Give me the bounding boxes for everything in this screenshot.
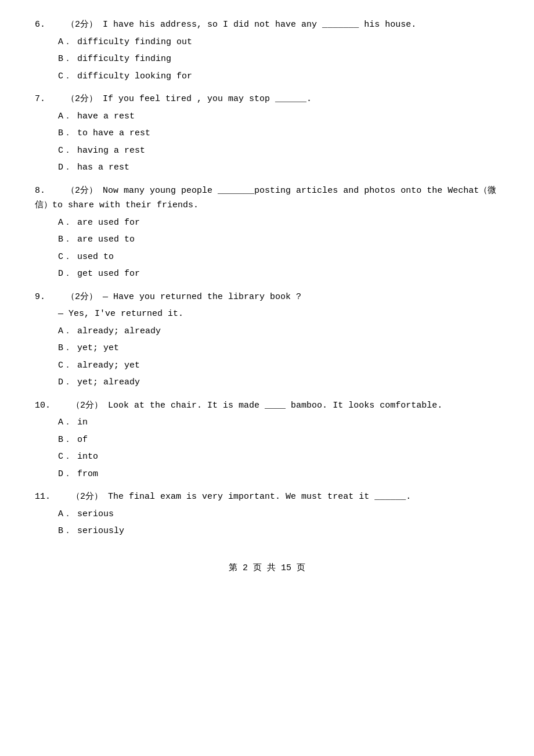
question-10-number: 10. xyxy=(35,401,50,411)
question-9-option-b: B． yet; yet xyxy=(58,341,499,356)
question-6-number: 6. xyxy=(35,20,45,30)
question-9-option-c: C． already; yet xyxy=(58,358,499,373)
question-10-option-c: C． into xyxy=(58,449,499,465)
question-9-body: — Have you returned the library book ? xyxy=(103,292,301,302)
question-9-number: 9. xyxy=(35,292,45,302)
page-footer: 第 2 页 共 15 页 xyxy=(35,562,499,573)
question-11: 11. （2分） The final exam is very importan… xyxy=(35,489,499,539)
question-11-points: （2分） xyxy=(71,492,103,502)
question-7-number: 7. xyxy=(35,94,45,104)
question-8-option-c: C． used to xyxy=(58,250,499,265)
question-8-option-b: B． are used to xyxy=(58,232,499,247)
question-8-number: 8. xyxy=(35,186,45,196)
question-10-body: Look at the chair. It is made ____ bambo… xyxy=(108,401,442,411)
question-7-option-c: C． having a rest xyxy=(58,143,499,159)
question-7-points: （2分） xyxy=(66,94,98,104)
question-7: 7. （2分） If you feel tired , you may stop… xyxy=(35,92,499,175)
question-8: 8. （2分） Now many young people _______pos… xyxy=(35,183,499,282)
question-10-option-b: B． of xyxy=(58,433,499,448)
question-11-body: The final exam is very important. We mus… xyxy=(108,492,411,502)
question-7-option-d: D． has a rest xyxy=(58,160,499,175)
question-8-option-d: D． get used for xyxy=(58,267,499,282)
page-number: 第 2 页 共 15 页 xyxy=(229,563,305,573)
question-9-points: （2分） xyxy=(66,292,98,302)
question-7-option-b: B． to have a rest xyxy=(58,126,499,141)
exam-content: 6. （2分） I have his address, so I did not… xyxy=(35,17,499,573)
question-8-text: 8. （2分） Now many young people _______pos… xyxy=(35,183,499,213)
question-6-option-a: A． difficulty finding out xyxy=(58,35,499,50)
question-8-option-a: A． are used for xyxy=(58,215,499,231)
question-6-option-c: C． difficulty looking for xyxy=(58,69,499,84)
question-10-option-d: D． from xyxy=(58,467,499,482)
question-6-option-b: B． difficulty finding xyxy=(58,52,499,67)
question-9-text: 9. （2分） — Have you returned the library … xyxy=(35,290,499,305)
question-9-option-d: D． yet; already xyxy=(58,375,499,390)
question-11-number: 11. xyxy=(35,492,50,502)
question-9: 9. （2分） — Have you returned the library … xyxy=(35,290,499,390)
question-10: 10. （2分） Look at the chair. It is made _… xyxy=(35,398,499,482)
question-10-points: （2分） xyxy=(71,401,103,411)
question-10-option-a: A． in xyxy=(58,415,499,430)
question-9-text2: — Yes, I've returned it. xyxy=(58,307,499,322)
question-6-points: （2分） xyxy=(66,20,98,30)
question-6-text: 6. （2分） I have his address, so I did not… xyxy=(35,17,499,33)
question-6-body: I have his address, so I did not have an… xyxy=(103,20,416,30)
question-11-text: 11. （2分） The final exam is very importan… xyxy=(35,489,499,505)
question-9-option-a: A． already; already xyxy=(58,324,499,339)
question-6: 6. （2分） I have his address, so I did not… xyxy=(35,17,499,84)
question-11-option-b: B． seriously xyxy=(58,524,499,539)
question-8-body: Now many young people _______posting art… xyxy=(35,186,496,211)
question-8-points: （2分） xyxy=(66,186,98,196)
question-10-text: 10. （2分） Look at the chair. It is made _… xyxy=(35,398,499,413)
question-11-option-a: A． serious xyxy=(58,507,499,522)
question-7-body: If you feel tired , you may stop ______. xyxy=(103,94,312,104)
question-7-text: 7. （2分） If you feel tired , you may stop… xyxy=(35,92,499,107)
question-7-option-a: A． have a rest xyxy=(58,109,499,124)
